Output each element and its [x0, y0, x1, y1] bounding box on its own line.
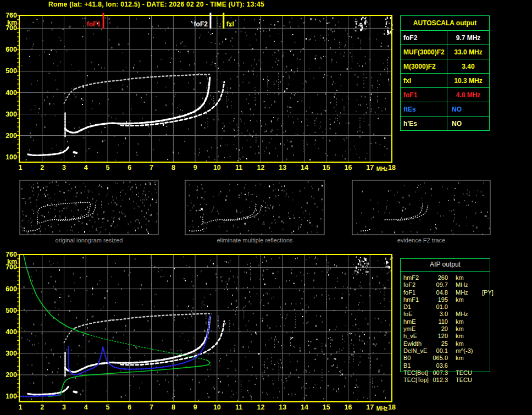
noise-dot	[172, 397, 173, 399]
noise-dot	[380, 303, 381, 304]
noise-dot	[262, 372, 263, 373]
noise-dot	[476, 227, 477, 229]
noise-dot	[73, 135, 74, 136]
noise-dot	[22, 220, 23, 222]
x-tick-label: 18	[388, 164, 396, 171]
noise-dot	[232, 37, 232, 39]
noise-dot	[82, 18, 82, 19]
spacer	[448, 362, 456, 369]
noise-dot	[288, 84, 289, 85]
noise-dot	[282, 308, 282, 309]
noise-dot	[296, 303, 296, 305]
noise-dot	[101, 67, 102, 69]
noise-dot	[118, 145, 119, 146]
noise-dot	[317, 207, 318, 208]
noise-dot	[249, 82, 250, 84]
noise-dot	[369, 93, 369, 95]
noise-dot	[272, 380, 273, 381]
noise-dot	[345, 45, 346, 46]
noise-dot	[125, 329, 125, 330]
noise-dot	[475, 212, 476, 214]
noise-streak	[303, 151, 303, 152]
noise-dot	[251, 334, 252, 335]
noise-dot	[271, 104, 272, 106]
noise-dot	[21, 188, 23, 189]
noise-dot	[61, 159, 62, 161]
noise-dot	[70, 388, 71, 389]
aip-header-separator	[400, 271, 490, 272]
noise-cluster	[364, 18, 366, 19]
x-tick-label: 11	[235, 403, 242, 411]
noise-dot	[450, 210, 450, 211]
noise-dot	[235, 31, 236, 32]
aip-row-unit: km	[456, 333, 482, 340]
noise-dot	[181, 43, 181, 45]
noise-dot	[369, 24, 369, 25]
noise-dot	[365, 96, 365, 98]
thumb-trace-e_trace	[189, 228, 204, 231]
noise-streak	[241, 386, 241, 387]
noise-dot	[302, 280, 302, 281]
noise-dot	[355, 319, 356, 320]
aip-row-value: 065.0	[431, 355, 448, 362]
noise-dot	[184, 141, 185, 142]
noise-dot	[274, 397, 274, 399]
noise-dot	[31, 84, 32, 85]
noise-dot	[242, 309, 242, 310]
noise-dot	[144, 205, 145, 206]
noise-dot	[285, 318, 286, 319]
noise-dot	[246, 356, 246, 358]
noise-dot	[328, 295, 329, 296]
noise-dot	[483, 195, 484, 196]
noise-dot	[368, 323, 369, 325]
noise-dot	[279, 391, 280, 392]
noise-dot	[224, 125, 225, 126]
noise-dot	[31, 333, 32, 335]
noise-dot	[167, 159, 168, 160]
noise-dot	[339, 22, 339, 23]
noise-dot	[354, 387, 356, 388]
aip-row-extra	[482, 318, 490, 325]
noise-dot	[306, 82, 307, 83]
noise-dot	[225, 323, 226, 325]
noise-dot	[113, 210, 113, 212]
noise-dot	[71, 188, 71, 189]
noise-dot	[297, 361, 298, 362]
noise-dot	[315, 257, 315, 258]
noise-dot	[285, 303, 286, 305]
noise-dot	[123, 85, 123, 86]
noise-dot	[315, 58, 316, 59]
noise-dot	[68, 230, 68, 231]
noise-dot	[304, 21, 305, 23]
noise-dot	[183, 256, 184, 257]
noise-dot	[345, 52, 345, 53]
noise-dot	[247, 264, 248, 265]
noise-dot	[306, 370, 307, 371]
noise-dot	[152, 265, 152, 266]
autoscala-row-label: h'Es	[401, 117, 447, 130]
noise-dot	[250, 135, 251, 136]
noise-dot	[136, 152, 137, 153]
noise-streak	[322, 372, 323, 373]
noise-dot	[243, 81, 243, 82]
noise-dot	[138, 220, 138, 222]
noise-dot	[339, 123, 340, 124]
noise-cluster	[357, 271, 358, 272]
aip-row-label: hmF1	[400, 296, 431, 303]
noise-dot	[286, 314, 287, 316]
autoscala-row-value: NO	[447, 102, 489, 116]
noise-dot	[125, 193, 125, 195]
noise-dot	[137, 154, 137, 156]
noise-dot	[378, 107, 379, 108]
noise-dot	[236, 209, 237, 211]
noise-dot	[25, 203, 26, 204]
noise-dot	[309, 222, 311, 223]
noise-dot	[33, 263, 34, 265]
noise-dot	[243, 74, 244, 75]
noise-dot	[136, 94, 137, 96]
noise-dot	[267, 269, 268, 270]
noise-dot	[444, 215, 444, 217]
noise-dot	[378, 202, 378, 203]
noise-dot	[246, 184, 246, 185]
noise-dot	[255, 332, 256, 334]
